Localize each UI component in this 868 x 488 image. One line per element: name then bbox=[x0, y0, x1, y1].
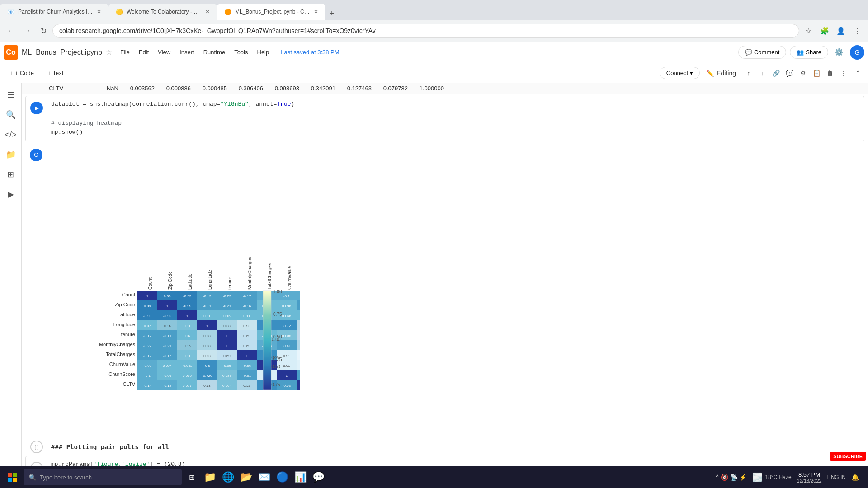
subscribe-button[interactable]: SUBSCRIBE bbox=[830, 452, 866, 461]
copy-icon[interactable]: 📋 bbox=[810, 67, 823, 80]
taskbar-right: ^ 🔇 📡 ⚡ 🌫️ 18°C Haze 8:57 PM 12/13/2022 … bbox=[710, 471, 864, 483]
tab-3-title: ML_Bonus_Project.ipynb - Cola... bbox=[235, 9, 310, 15]
svg-text:-0.12: -0.12 bbox=[163, 384, 172, 388]
user-avatar[interactable]: G bbox=[850, 45, 864, 60]
cell-6: 0.342091 bbox=[302, 84, 338, 93]
toolbar-action-icons: ↑ ↓ 🔗 💬 ⚙ 📋 🗑 ⋮ bbox=[742, 67, 850, 80]
svg-text:ChurnValue: ChurnValue bbox=[109, 361, 135, 367]
code-line-3: mp.show() bbox=[51, 128, 860, 137]
taskbar-explorer[interactable]: 📁 bbox=[202, 469, 218, 485]
sidebar-code-icon[interactable]: </> bbox=[3, 127, 19, 143]
tab-3-close[interactable]: ✕ bbox=[314, 9, 318, 15]
taskbar-chrome[interactable]: 🔵 bbox=[274, 469, 290, 485]
profile-icon[interactable]: 👤 bbox=[834, 23, 848, 38]
bookmark-icon[interactable]: ☆ bbox=[801, 23, 816, 38]
menu-icon[interactable]: ⋮ bbox=[850, 23, 864, 38]
sidebar-files-icon[interactable]: 📁 bbox=[3, 146, 19, 163]
left-sidebar: ☰ 🔍 </> 📁 ⊞ ▶ bbox=[0, 83, 22, 488]
menu-tools[interactable]: Tools bbox=[230, 47, 252, 57]
svg-text:-0.05: -0.05 bbox=[223, 364, 231, 368]
svg-text:0.11: 0.11 bbox=[203, 314, 211, 318]
collapse-icon[interactable]: ⌃ bbox=[852, 67, 864, 80]
menu-help[interactable]: Help bbox=[253, 47, 274, 57]
start-button[interactable] bbox=[4, 468, 22, 486]
run-button[interactable]: ▶ bbox=[30, 102, 43, 114]
tab-2[interactable]: 🟡 Welcome To Colaboratory - Cola... ✕ bbox=[108, 4, 217, 20]
notification-icon[interactable]: 🔔 bbox=[851, 474, 859, 481]
add-code-button[interactable]: + + Code bbox=[4, 67, 40, 79]
add-text-icon: + bbox=[47, 70, 51, 76]
svg-text:tenure: tenure bbox=[121, 332, 135, 337]
user-avatar-cell: G bbox=[25, 145, 47, 436]
share-button[interactable]: 👥 Share bbox=[790, 46, 828, 59]
menu-insert[interactable]: Insert bbox=[175, 47, 199, 57]
svg-text:-0.11: -0.11 bbox=[163, 334, 172, 338]
tab-1-close[interactable]: ✕ bbox=[97, 9, 101, 15]
weather-text: 18°C Haze bbox=[765, 474, 791, 480]
new-tab-button[interactable]: + bbox=[326, 7, 338, 20]
back-button[interactable]: ← bbox=[4, 23, 18, 38]
move-down-icon[interactable]: ↓ bbox=[756, 67, 769, 80]
menu-runtime[interactable]: Runtime bbox=[199, 47, 230, 57]
text-run-button[interactable]: [ ] bbox=[30, 441, 43, 453]
svg-text:-0.12: -0.12 bbox=[203, 294, 212, 298]
address-bar[interactable]: colab.research.google.com/drive/1C0ijXH7… bbox=[52, 24, 799, 38]
svg-text:tenure: tenure bbox=[227, 277, 232, 290]
taskbar-search[interactable]: 🔍 Type here to search bbox=[24, 469, 182, 485]
svg-text:-0.50: -0.50 bbox=[270, 364, 280, 369]
svg-text:Zip Code: Zip Code bbox=[168, 271, 173, 290]
tab-3[interactable]: 🟠 ML_Bonus_Project.ipynb - Cola... ✕ bbox=[217, 4, 326, 20]
svg-text:0.066: 0.066 bbox=[282, 314, 292, 318]
add-comment-icon[interactable]: 💬 bbox=[783, 67, 796, 80]
settings-button[interactable]: ⚙️ bbox=[832, 45, 846, 60]
tab-1[interactable]: 📧 Panelist for Churn Analytics in T... ✕ bbox=[0, 4, 108, 20]
taskbar-powerpoint[interactable]: 📊 bbox=[292, 469, 308, 485]
svg-text:0.077: 0.077 bbox=[183, 384, 192, 388]
svg-rect-209 bbox=[8, 473, 12, 477]
svg-text:ChurnValue: ChurnValue bbox=[287, 266, 292, 290]
svg-text:-0.09: -0.09 bbox=[163, 374, 172, 378]
menu-file[interactable]: File bbox=[116, 47, 134, 57]
forward-button[interactable]: → bbox=[20, 23, 34, 38]
sidebar-terminal-icon[interactable]: ▶ bbox=[3, 186, 19, 202]
sidebar-table-icon[interactable]: ⊞ bbox=[3, 166, 19, 183]
svg-text:-0.17: -0.17 bbox=[243, 294, 251, 298]
add-text-button[interactable]: + Text bbox=[42, 67, 69, 79]
link-icon[interactable]: 🔗 bbox=[769, 67, 782, 80]
svg-text:0.75: 0.75 bbox=[273, 312, 282, 317]
content-area: ☰ 🔍 </> 📁 ⊞ ▶ CLTV NaN -0.003562 0.00088… bbox=[0, 83, 868, 488]
svg-text:0.69: 0.69 bbox=[243, 334, 250, 338]
svg-rect-72 bbox=[297, 310, 300, 320]
connect-button[interactable]: Connect ▾ bbox=[660, 67, 700, 79]
clock-time: 8:57 PM bbox=[797, 471, 822, 478]
cell-code-content[interactable]: dataplot = sns.heatmap(correlation.corr(… bbox=[47, 98, 864, 139]
taskbar-task-view[interactable]: ⊞ bbox=[184, 469, 200, 485]
sidebar-menu-icon[interactable]: ☰ bbox=[3, 87, 19, 103]
sidebar-search-icon[interactable]: 🔍 bbox=[3, 107, 19, 123]
svg-text:CLTV: CLTV bbox=[123, 381, 136, 387]
taskbar-mail[interactable]: ✉️ bbox=[256, 469, 272, 485]
extension-icon[interactable]: 🧩 bbox=[817, 23, 832, 38]
taskbar-folder[interactable]: 📂 bbox=[238, 469, 254, 485]
cell-settings-icon[interactable]: ⚙ bbox=[797, 67, 809, 80]
menu-view[interactable]: View bbox=[153, 47, 175, 57]
taskbar-teams[interactable]: 💬 bbox=[310, 469, 326, 485]
svg-text:Count: Count bbox=[122, 292, 135, 297]
svg-text:0.16: 0.16 bbox=[164, 324, 171, 328]
star-icon[interactable]: ☆ bbox=[106, 48, 112, 56]
delete-icon[interactable]: 🗑 bbox=[824, 67, 836, 80]
svg-text:-0.17: -0.17 bbox=[143, 354, 152, 358]
comment-button[interactable]: 💬 Comment bbox=[738, 46, 786, 59]
svg-text:-0.720: -0.720 bbox=[202, 374, 212, 378]
cell-5: 0.098693 bbox=[266, 84, 302, 93]
menu-edit[interactable]: Edit bbox=[134, 47, 153, 57]
reload-button[interactable]: ↻ bbox=[36, 23, 51, 38]
svg-rect-54 bbox=[297, 300, 300, 310]
taskbar-edge[interactable]: 🌐 bbox=[220, 469, 236, 485]
svg-text:0.16: 0.16 bbox=[184, 344, 191, 348]
notebook-title[interactable]: ML_Bonus_Project.ipynb bbox=[22, 48, 102, 56]
move-up-icon[interactable]: ↑ bbox=[742, 67, 755, 80]
tab-2-close[interactable]: ✕ bbox=[205, 9, 210, 15]
more-icon[interactable]: ⋮ bbox=[837, 67, 850, 80]
text-cell-content[interactable]: ### Plotting pair polts for all bbox=[47, 440, 864, 454]
